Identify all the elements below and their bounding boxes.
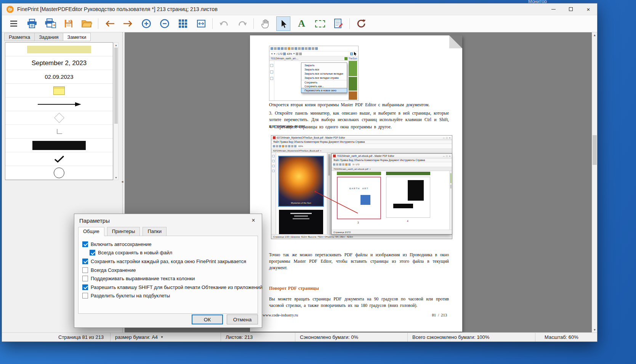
option-shift-quick-print[interactable]: Разрешить клавишу SHIFT для быстрой печа… bbox=[82, 283, 258, 292]
cancel-button[interactable]: Отмена bbox=[227, 315, 258, 324]
checkbox[interactable] bbox=[82, 259, 88, 264]
selected-page-thumbnail: EARTHART bbox=[337, 177, 381, 219]
print-preview-button[interactable] bbox=[43, 16, 57, 31]
prev-page-button[interactable] bbox=[103, 16, 117, 31]
scroll-thumb[interactable] bbox=[593, 135, 597, 165]
select-tool-button[interactable] bbox=[276, 16, 290, 31]
stationery-diamond[interactable] bbox=[5, 111, 113, 125]
checkbox[interactable] bbox=[82, 241, 88, 247]
mini-zoom-level: 43% bbox=[287, 53, 292, 55]
multi-page-view-button[interactable] bbox=[176, 16, 190, 31]
printer-page-icon bbox=[44, 18, 56, 29]
maximize-button[interactable] bbox=[562, 3, 580, 15]
stationery-checkmark[interactable] bbox=[5, 152, 113, 166]
mini-toolbar: 3 / 172 bbox=[332, 162, 452, 167]
mini-tab-1: 703154main_earth_art-... bbox=[271, 57, 298, 60]
checkbox[interactable] bbox=[82, 276, 88, 281]
stationery-date-long[interactable]: September 2, 2023 bbox=[5, 56, 113, 70]
text-tool-button[interactable]: A bbox=[295, 16, 309, 31]
diamond-icon bbox=[54, 113, 64, 123]
option-split-booklets[interactable]: Разделить буклеты на подбуклеты bbox=[82, 292, 258, 300]
mini-toolbar-icons bbox=[269, 46, 358, 51]
preview-page[interactable]: ◄ ► / 172 43% ▼ 703154main_earth_art-... bbox=[250, 35, 462, 332]
collapse-panel-icon[interactable]: ◄ bbox=[121, 180, 124, 184]
page-number: 3 bbox=[357, 221, 359, 224]
ok-button[interactable]: ОК bbox=[192, 315, 223, 324]
checkbox[interactable] bbox=[90, 250, 95, 255]
thumbnails-panel: Mysteries of the Sun bbox=[276, 153, 327, 234]
panel-scrollbar[interactable]: ▲ ▼ bbox=[114, 42, 119, 180]
tab-notes[interactable]: Заметки bbox=[63, 33, 91, 41]
option-always-save[interactable]: Всегда Сохранение bbox=[82, 266, 258, 275]
stationery-date-short[interactable]: 02.09.2023 bbox=[5, 70, 113, 84]
save-floppy-icon bbox=[64, 19, 74, 29]
dialog-close-button[interactable]: × bbox=[245, 214, 262, 227]
mini-thumb-chip bbox=[344, 57, 348, 60]
partial-thumbnail bbox=[337, 172, 381, 175]
option-enable-autosave[interactable]: Включить автосохранение bbox=[82, 240, 258, 249]
dialog-tab-general[interactable]: Общие bbox=[78, 227, 104, 236]
checkbox[interactable] bbox=[82, 293, 88, 299]
dialog-tab-printers[interactable]: Принтеры bbox=[107, 227, 140, 236]
option-keep-text-alignment[interactable]: Поддерживать выравнивание текста колонки bbox=[82, 274, 258, 283]
scroll-down-icon[interactable]: ▼ bbox=[114, 175, 118, 180]
fineprint-window: fp FinePrint [MasterPDFEditor Руководств… bbox=[2, 3, 598, 342]
redo-button[interactable] bbox=[235, 16, 249, 31]
mini-window-b-titlebar: 703154main_earth_art-ebook.pdf - Master … bbox=[332, 154, 452, 158]
minimize-button[interactable] bbox=[545, 3, 562, 15]
menu-item: Закрыть bbox=[301, 63, 347, 67]
tab-jobs[interactable]: Задания bbox=[34, 33, 63, 41]
undo-button[interactable] bbox=[217, 16, 231, 31]
checkbox[interactable] bbox=[82, 284, 88, 290]
scroll-down-icon[interactable]: ▼ bbox=[592, 327, 597, 332]
checkbox[interactable] bbox=[82, 267, 88, 273]
minimize-icon bbox=[551, 9, 556, 10]
fit-page-button[interactable] bbox=[194, 16, 208, 31]
black-image-block bbox=[393, 204, 413, 208]
mini-side-strip bbox=[269, 61, 274, 101]
toolbar-separator bbox=[349, 18, 350, 29]
book-cover-thumbnail-2 bbox=[279, 210, 323, 234]
edit-page-button[interactable] bbox=[331, 16, 345, 31]
menu-item: Закрыть все вкладки справа bbox=[301, 76, 347, 80]
select-area-tool-button[interactable] bbox=[313, 16, 327, 31]
zoom-out-button[interactable] bbox=[157, 16, 171, 31]
option-always-save-new-file[interactable]: Всегда сохранять в новый файл bbox=[90, 249, 258, 257]
mini-tab-row: 703154main_earth_art-... TheSun bbox=[269, 56, 358, 61]
refresh-button[interactable] bbox=[354, 16, 368, 31]
stationery-highlight[interactable] bbox=[5, 43, 113, 56]
menu-button[interactable] bbox=[6, 16, 21, 31]
redo-icon bbox=[237, 19, 247, 28]
open-button[interactable] bbox=[80, 16, 94, 31]
text-tool-icon: A bbox=[298, 19, 305, 29]
content-area: Разметка Задания Заметки September 2, 20… bbox=[2, 32, 597, 332]
mini-tab: 637244main_MysteriesOfTheSun_Book.pdf× bbox=[271, 149, 452, 153]
window-title: FinePrint [MasterPDFEditor Руководство п… bbox=[17, 6, 218, 12]
option-save-settings-on-close[interactable]: Сохранять настройки каждый раз, когда ок… bbox=[82, 257, 258, 266]
zoom-out-icon bbox=[159, 18, 170, 29]
preview-scrollbar[interactable]: ▲ ▼ bbox=[592, 32, 597, 332]
zoom-in-button[interactable] bbox=[139, 16, 153, 31]
stationery-black-rect[interactable] bbox=[5, 139, 113, 152]
stationery-corner[interactable] bbox=[5, 125, 113, 139]
hand-tool-button[interactable] bbox=[258, 16, 272, 31]
scroll-up-icon[interactable]: ▲ bbox=[592, 32, 597, 38]
main-toolbar: A bbox=[2, 15, 597, 32]
next-page-button[interactable] bbox=[121, 16, 135, 31]
toolbar-separator bbox=[253, 18, 254, 29]
paper-size-dropdown[interactable]: размер бумаги: A4▼ bbox=[111, 333, 221, 342]
tab-layout[interactable]: Разметка bbox=[4, 33, 35, 41]
stationery-circle[interactable] bbox=[5, 166, 113, 180]
save-button[interactable] bbox=[61, 16, 75, 31]
stationery-arrow[interactable] bbox=[5, 97, 113, 111]
panel-tabs: Разметка Задания Заметки bbox=[4, 33, 90, 41]
refresh-icon bbox=[356, 19, 366, 29]
fineprint-logo-icon: fp bbox=[6, 6, 14, 13]
scroll-up-icon[interactable]: ▲ bbox=[114, 43, 118, 47]
dialog-tab-folders[interactable]: Папки bbox=[143, 227, 167, 236]
scroll-thumb[interactable] bbox=[114, 48, 118, 124]
stationery-sticky-note[interactable] bbox=[5, 84, 113, 97]
open-folder-icon bbox=[81, 19, 93, 28]
print-button[interactable] bbox=[25, 16, 39, 31]
close-button[interactable]: × bbox=[580, 3, 597, 15]
